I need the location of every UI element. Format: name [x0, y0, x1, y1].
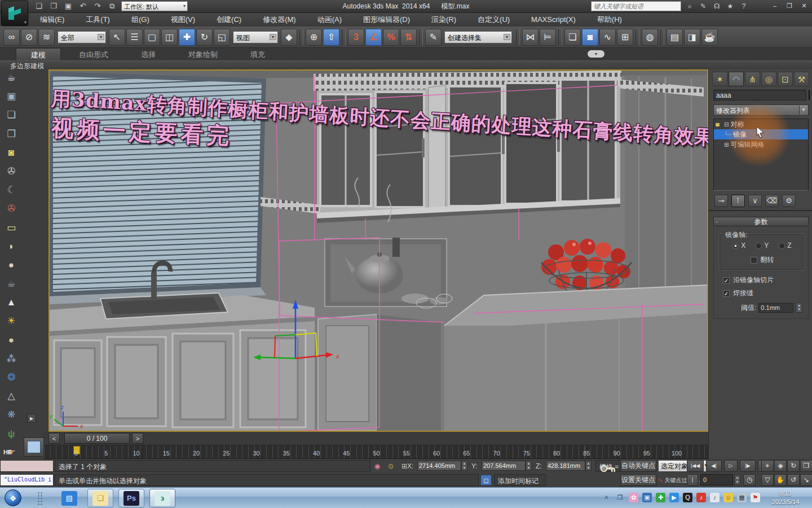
- sphere-light-icon[interactable]: ●: [3, 258, 20, 273]
- ribbon-tab[interactable]: 自由形式: [64, 48, 123, 60]
- tray-action-flag-icon[interactable]: ⚑: [751, 493, 760, 502]
- menu-item[interactable]: 创建(C): [206, 13, 252, 27]
- object-color-swatch[interactable]: [809, 90, 810, 100]
- menu-item[interactable]: 工具(T): [75, 13, 121, 27]
- taskbar-clock[interactable]: 9:13 2023/5/14: [764, 489, 807, 506]
- tray-video-icon[interactable]: ▶: [669, 493, 679, 502]
- layer-manager-button[interactable]: ❏: [564, 29, 581, 46]
- z-spinner[interactable]: ▲▼: [585, 461, 592, 471]
- file-explorer-icon[interactable]: ❑: [87, 489, 113, 507]
- select-and-rotate-button[interactable]: ↻: [196, 29, 213, 46]
- tray-flower-icon[interactable]: ✿: [629, 493, 638, 502]
- molecule-icon[interactable]: ❂: [3, 370, 20, 385]
- open-mini-curve-editor-button[interactable]: [24, 437, 44, 457]
- flip-checkbox[interactable]: [751, 257, 757, 264]
- next-frame-button[interactable]: |▶: [740, 460, 756, 472]
- time-configuration-button[interactable]: ◷: [743, 474, 756, 486]
- flip-checkbox-row[interactable]: 翻转: [723, 255, 801, 265]
- select-and-manipulate-button[interactable]: ⊕: [306, 29, 322, 46]
- tray-expand-icon[interactable]: ˄: [602, 493, 611, 502]
- render-image-icon[interactable]: ▣: [3, 89, 20, 104]
- menu-item[interactable]: 组(G): [121, 13, 160, 27]
- terrain-icon[interactable]: ▲: [3, 295, 20, 310]
- rectangular-selection-region-button[interactable]: ▢: [144, 29, 160, 46]
- menu-item[interactable]: 帮助(H): [586, 13, 633, 27]
- menu-item[interactable]: 自定义(U): [467, 13, 520, 27]
- threshold-field[interactable]: [758, 303, 793, 313]
- rendered-frame-window-button[interactable]: ◨: [684, 29, 700, 46]
- selection-filter-dropdown[interactable]: 全部▾: [58, 31, 106, 43]
- next-frame-slider-button[interactable]: >: [132, 433, 143, 444]
- previous-frame-slider-button[interactable]: <: [48, 433, 60, 444]
- modifier-symmetry-row[interactable]: ◙ ⊟ 对称: [714, 119, 808, 129]
- frame-spinner[interactable]: ▲▼: [734, 475, 740, 485]
- menu-item[interactable]: 视图(V): [160, 13, 206, 27]
- slice-checkbox[interactable]: ✓: [723, 277, 730, 284]
- menu-item[interactable]: 编辑(E): [29, 13, 75, 27]
- motion-tab[interactable]: ◎: [761, 72, 776, 86]
- sky-sphere-icon[interactable]: ●: [3, 333, 20, 348]
- angle-snap-button[interactable]: ∠: [365, 29, 382, 46]
- time-slider[interactable]: < 0 / 100 >: [44, 432, 708, 445]
- mirror-button[interactable]: ⋈: [522, 29, 539, 46]
- menu-item[interactable]: 修改器(M): [252, 13, 307, 27]
- schematic-view-button[interactable]: ⊞: [617, 29, 633, 46]
- new-file-button[interactable]: ❏: [33, 1, 45, 12]
- ribbon-tab[interactable]: 选择: [126, 48, 170, 60]
- ribbon-tab[interactable]: 对象绘制: [174, 48, 232, 60]
- tray-360-shield-icon[interactable]: ✚: [656, 493, 665, 502]
- utilities-tab[interactable]: ⚒: [794, 72, 809, 86]
- axis-z-radio[interactable]: Z: [779, 242, 791, 249]
- x-spinner[interactable]: ▲▼: [461, 461, 467, 471]
- infocenter-search-input[interactable]: [591, 1, 681, 11]
- maximize-toggle-button[interactable]: ↘: [800, 474, 812, 486]
- rollout-header[interactable]: - 参数: [713, 217, 809, 226]
- pin-stack-button[interactable]: ⊸: [714, 195, 728, 207]
- tray-face-icon[interactable]: ☺: [723, 493, 733, 502]
- grass-icon[interactable]: ψ: [3, 427, 20, 441]
- menu-item[interactable]: MAXScript(X): [520, 13, 586, 27]
- configure-modifier-sets-button[interactable]: ⚙: [782, 195, 796, 207]
- tray-muted-speaker-icon[interactable]: ♪: [696, 493, 706, 502]
- remove-modifier-button[interactable]: ⌫: [765, 195, 779, 207]
- play-button[interactable]: ▷: [724, 460, 738, 472]
- set-key-button[interactable]: 设置关键点: [620, 474, 656, 486]
- orbit-selected-button[interactable]: ↺: [787, 474, 800, 486]
- notification-icon[interactable]: ◉: [372, 461, 382, 471]
- start-button[interactable]: ❖: [5, 489, 21, 506]
- slice-checkbox-row[interactable]: ✓ 沿镜像轴切片: [723, 275, 806, 285]
- percent-snap-button[interactable]: %: [383, 29, 399, 46]
- tray-network-icon[interactable]: ▦: [737, 493, 747, 502]
- favorites-star-icon[interactable]: ★: [725, 1, 735, 11]
- editable-mesh-row[interactable]: ⊞ 可编辑网格: [714, 139, 808, 150]
- time-slider-thumb[interactable]: 0 / 100: [64, 433, 130, 444]
- create-tab[interactable]: ✶: [712, 72, 727, 86]
- modifier-mirror-row[interactable]: └┄ 镜像: [714, 129, 808, 139]
- application-menu-button[interactable]: ▾: [1, 1, 28, 26]
- x-coordinate-field[interactable]: [417, 461, 461, 471]
- track-bar[interactable]: 0510152025303540455055606570758085909510…: [44, 445, 708, 459]
- curve-editor-button[interactable]: ∿: [599, 29, 616, 46]
- tray-blue-app-icon[interactable]: ▣: [642, 493, 652, 502]
- object-name-field[interactable]: [713, 90, 806, 100]
- render-production-button[interactable]: ☕: [701, 29, 718, 46]
- close-button[interactable]: ✕: [800, 1, 809, 10]
- make-unique-button[interactable]: ∨: [748, 195, 762, 207]
- keyboard-shortcut-override-button[interactable]: ⇧: [323, 29, 339, 46]
- dome-light-icon[interactable]: ◗: [3, 239, 20, 254]
- material-editor-button[interactable]: ◍: [642, 29, 658, 46]
- ribbon-tab[interactable]: 填充: [236, 48, 280, 60]
- render-preview-teapot-icon[interactable]: ☕: [3, 71, 20, 85]
- hierarchy-tab[interactable]: ⋔: [745, 72, 760, 86]
- render-setup-button[interactable]: ▤: [667, 29, 683, 46]
- 3ds-max-icon[interactable]: ϶: [149, 489, 175, 507]
- previous-frame-button[interactable]: ◀|: [706, 460, 722, 472]
- tray-window-icon[interactable]: ❐: [615, 493, 625, 502]
- add-time-tag[interactable]: 添加时间标记: [494, 474, 546, 486]
- viewport[interactable]: x z x y 用3dmax转角制作橱柜和护墙板时还不会正确的处理这种石膏线转角…: [48, 69, 708, 432]
- menu-item[interactable]: 渲染(R): [421, 13, 467, 27]
- noise-ball-icon[interactable]: ❋: [3, 408, 20, 422]
- current-frame-field[interactable]: [700, 474, 733, 485]
- camera-icon[interactable]: ✇: [3, 164, 20, 179]
- align-button[interactable]: ⊨: [540, 29, 556, 46]
